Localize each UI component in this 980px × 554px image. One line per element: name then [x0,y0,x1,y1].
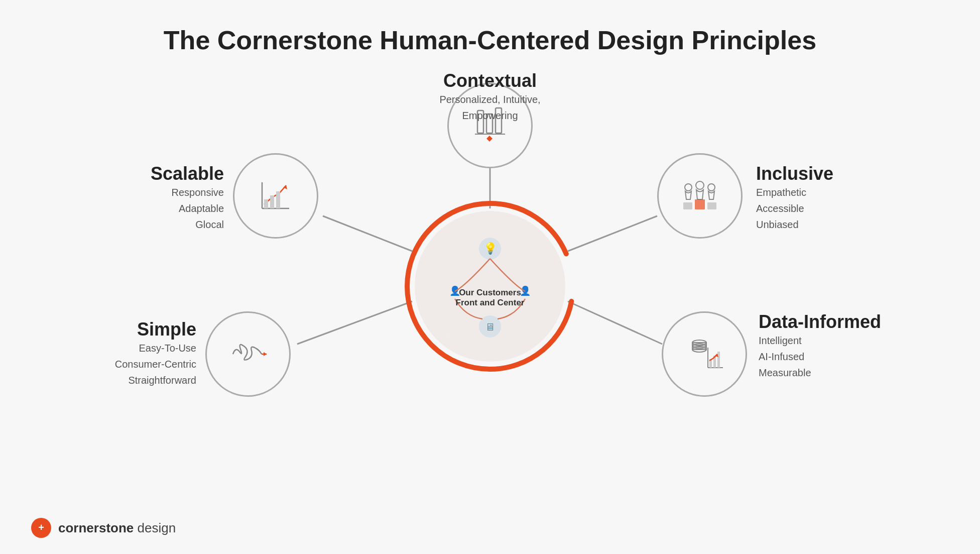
svg-point-26 [685,184,692,191]
svg-rect-29 [695,199,705,209]
diagram: 💡 👤 👤 🖥 Our Customers [63,60,917,512]
inclusive-icon [677,173,722,218]
satellite-scalable [233,153,318,239]
inclusive-title: Inclusive [756,163,897,184]
svg-rect-25 [276,191,280,208]
svg-line-1 [323,216,412,251]
simple-title: Simple [78,319,196,340]
data-informed-sub: IntelligentAI-InfusedMeasurable [759,333,919,381]
svg-line-2 [568,216,657,251]
inclusive-sub: EmpatheticAccessibleUnbiased [756,184,897,233]
simple-icon [225,331,271,377]
satellite-data-informed [662,311,747,397]
svg-text:Our Customers: Our Customers [459,288,521,297]
data-informed-title: Data-Informed [759,311,919,333]
principle-data-informed: Data-Informed IntelligentAI-InfusedMeasu… [759,311,919,381]
center-diagram-svg: 💡 👤 👤 🖥 Our Customers [425,221,555,352]
svg-text:💡: 💡 [483,242,498,255]
simple-sub: Easy-To-UseConsumer-CentricStraightforwa… [78,340,196,388]
page-title: The Cornerstone Human-Centered Design Pr… [164,25,816,55]
svg-rect-30 [683,202,692,209]
logo-text: cornerstone design [58,520,176,536]
center-circle: 💡 👤 👤 🖥 Our Customers [415,211,565,362]
svg-text:Front and Center: Front and Center [456,298,525,307]
svg-rect-24 [270,195,274,208]
satellite-simple [205,311,291,397]
principle-contextual: Contextual Personalized, Intuitive, Empo… [415,70,565,124]
svg-point-28 [708,184,715,191]
cornerstone-logo-icon: + [30,517,52,539]
contextual-sub: Personalized, Intuitive, Empowering [415,91,565,124]
scalable-title: Scalable [93,163,224,184]
principle-scalable: Scalable ResponsiveAdaptableGlocal [93,163,224,233]
svg-rect-31 [707,202,716,209]
data-informed-icon [682,331,727,377]
contextual-title: Contextual [415,70,565,91]
scalable-sub: ResponsiveAdaptableGlocal [93,184,224,233]
svg-rect-43 [717,352,720,368]
principle-inclusive: Inclusive EmpatheticAccessibleUnbiased [756,163,897,233]
satellite-inclusive [657,153,743,239]
principle-simple: Simple Easy-To-UseConsumer-CentricStraig… [78,319,196,388]
svg-line-4 [568,301,662,344]
logo: + cornerstone design [30,517,176,539]
svg-text:🖥: 🖥 [485,321,495,333]
scalable-icon [253,173,298,218]
svg-marker-33 [264,352,267,356]
svg-point-27 [696,181,704,189]
svg-marker-18 [486,136,493,142]
slide: The Cornerstone Human-Centered Design Pr… [0,0,980,554]
svg-text:+: + [38,522,44,533]
svg-line-3 [297,301,412,344]
svg-rect-23 [264,199,268,208]
